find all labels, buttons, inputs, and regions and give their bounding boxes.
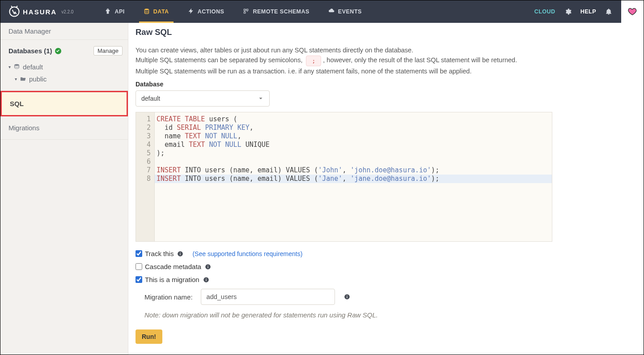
option-migration: This is a migration: [136, 276, 633, 283]
track-this-checkbox[interactable]: [136, 250, 142, 257]
sidebar-data-manager[interactable]: Data Manager: [0, 23, 128, 40]
info-icon[interactable]: [344, 294, 350, 300]
chevron-down-icon: ▾: [8, 64, 11, 69]
nav-tab-label: API: [114, 9, 124, 15]
chevron-down-icon: [258, 95, 264, 102]
main: Data Manager Databases (1) Manage ▾ defa…: [0, 23, 644, 355]
database-select[interactable]: default: [136, 90, 270, 107]
nav-right: CLOUD HELP: [534, 0, 644, 23]
cloud-link[interactable]: CLOUD: [534, 9, 555, 15]
nav-tab-api[interactable]: API: [100, 0, 129, 23]
database-select-value: default: [141, 95, 160, 102]
migration-name-input[interactable]: [201, 289, 335, 305]
tree-item-label: default: [23, 63, 43, 71]
migration-name-row: Migration name:: [144, 289, 633, 305]
semicolon-chip: ;: [306, 56, 321, 66]
databases-title-text: Databases (1): [8, 47, 52, 55]
sidebar-databases-header: Databases (1) Manage: [0, 40, 128, 59]
database-icon: [13, 64, 20, 70]
schema-icon: [243, 8, 249, 16]
nav-tabs: APIDATAACTIONSREMOTE SCHEMASEVENTS: [100, 0, 366, 23]
description-line: Multiple SQL statements will be run as a…: [136, 66, 633, 76]
svg-point-5: [180, 252, 181, 253]
info-icon[interactable]: [177, 251, 183, 257]
databases-title: Databases (1): [8, 47, 61, 55]
svg-rect-4: [180, 253, 181, 255]
manage-button[interactable]: Manage: [93, 46, 123, 56]
info-icon[interactable]: [203, 277, 209, 283]
svg-point-1: [144, 9, 148, 10]
nav-tab-data[interactable]: DATA: [139, 0, 174, 23]
editor-gutter: 12345678: [136, 112, 155, 241]
description-line: You can create views, alter tables or ju…: [136, 45, 633, 55]
nav-tab-label: EVENTS: [338, 9, 362, 15]
db-tree: ▾ default ▾ public: [0, 59, 128, 91]
bolt-icon: [188, 8, 194, 16]
info-icon[interactable]: [205, 264, 211, 270]
cloud-icon: [328, 8, 335, 16]
svg-rect-13: [347, 296, 347, 298]
gear-icon[interactable]: [564, 8, 572, 15]
svg-point-8: [208, 265, 208, 266]
nav-tab-actions[interactable]: ACTIONS: [183, 0, 229, 23]
nav-tab-label: ACTIONS: [198, 9, 225, 15]
hasura-logo-icon: [8, 6, 20, 17]
svg-point-0: [9, 7, 19, 16]
editor-codearea[interactable]: CREATE TABLE users ( id SERIAL PRIMARY K…: [155, 112, 552, 241]
sql-editor[interactable]: 12345678 CREATE TABLE users ( id SERIAL …: [136, 112, 552, 242]
svg-rect-10: [206, 279, 206, 281]
nav-tab-events[interactable]: EVENTS: [324, 0, 366, 23]
run-button[interactable]: Run!: [136, 329, 162, 344]
check-badge-icon: [55, 48, 61, 54]
heart-icon: [627, 7, 637, 17]
svg-point-14: [347, 295, 347, 296]
track-this-label: Track this: [145, 250, 174, 257]
sidebar-item-migrations[interactable]: Migrations: [0, 116, 128, 140]
migration-checkbox[interactable]: [136, 276, 142, 283]
migration-note: Note: down migration will not be generat…: [144, 311, 633, 319]
sidebar: Data Manager Databases (1) Manage ▾ defa…: [0, 23, 128, 355]
nav-tab-label: DATA: [153, 9, 169, 15]
chevron-down-icon: ▾: [15, 77, 17, 81]
option-cascade: Cascade metadata: [136, 263, 633, 270]
svg-point-2: [15, 64, 19, 66]
tree-item-label: public: [29, 75, 47, 83]
cascade-checkbox[interactable]: [136, 263, 142, 270]
love-button[interactable]: [621, 0, 644, 23]
options: Track this (See supported functions requ…: [136, 250, 633, 319]
brand-version: v2.2.0: [61, 9, 73, 14]
svg-rect-7: [208, 266, 208, 268]
svg-point-11: [206, 278, 207, 279]
cascade-label: Cascade metadata: [145, 263, 201, 270]
sidebar-item-sql[interactable]: SQL: [0, 91, 128, 116]
page-title: Raw SQL: [136, 27, 633, 37]
content: Raw SQL You can create views, alter tabl…: [128, 23, 644, 355]
help-link[interactable]: HELP: [580, 9, 596, 15]
database-icon: [144, 8, 150, 16]
tree-item-public[interactable]: ▾ public: [8, 73, 120, 85]
nav-tab-remote-schemas[interactable]: REMOTE SCHEMAS: [238, 0, 314, 23]
brand-name: HASURA: [23, 8, 57, 16]
brand[interactable]: HASURA v2.2.0: [8, 6, 73, 17]
flask-icon: [105, 8, 111, 16]
folder-open-icon: [20, 76, 26, 82]
description: You can create views, alter tables or ju…: [136, 45, 633, 76]
migration-label: This is a migration: [145, 276, 199, 283]
database-label: Database: [136, 81, 633, 88]
see-requirements-link[interactable]: (See supported functions requirements): [192, 250, 302, 257]
option-track-this: Track this (See supported functions requ…: [136, 250, 633, 257]
bell-icon[interactable]: [605, 8, 612, 15]
migration-name-label: Migration name:: [144, 293, 193, 301]
top-nav: HASURA v2.2.0 APIDATAACTIONSREMOTE SCHEM…: [0, 0, 644, 23]
nav-tab-label: REMOTE SCHEMAS: [253, 9, 309, 15]
tree-item-default[interactable]: ▾ default: [8, 61, 120, 73]
description-line: Multiple SQL statements can be separated…: [136, 55, 633, 66]
